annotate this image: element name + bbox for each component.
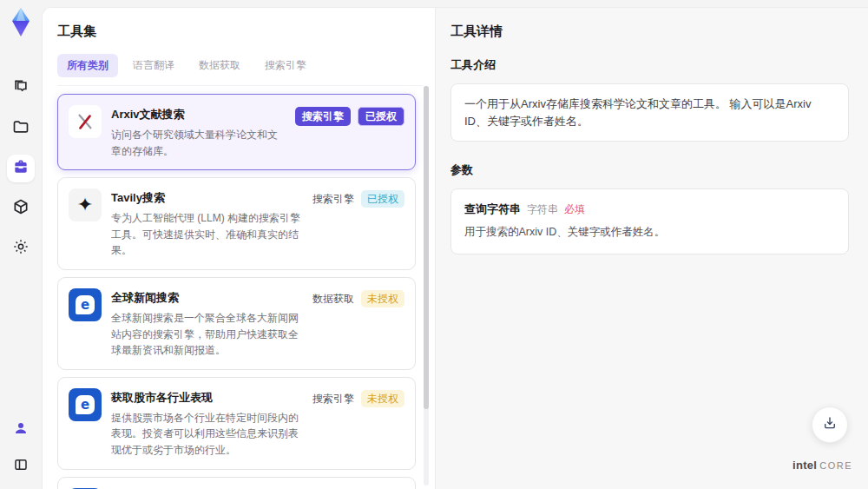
tool-card-active-stocks[interactable]: e 获取市场最活跃股票信息 提供当天交易量最高的股票列表，投资者可以利用这些信息… bbox=[57, 477, 416, 489]
category-tabs: 所有类别 语言翻译 数据获取 搜索引擎 bbox=[57, 54, 423, 86]
tool-title: Arxiv文献搜索 bbox=[111, 107, 286, 122]
auth-status-badge: 未授权 bbox=[361, 290, 404, 307]
tab-data-fetch[interactable]: 数据获取 bbox=[189, 54, 250, 77]
sidebar-item-plugins[interactable] bbox=[7, 195, 35, 222]
panel-toggle-icon bbox=[13, 457, 29, 476]
param-required-flag: 必填 bbox=[564, 202, 585, 217]
parameter-item: 查询字符串 字符串 必填 用于搜索的Arxiv ID、关键字或作者姓名。 bbox=[450, 188, 849, 254]
tool-list-panel: 工具集 所有类别 语言翻译 数据获取 搜索引擎 A bbox=[43, 8, 435, 489]
sidebar-item-files[interactable] bbox=[7, 115, 35, 142]
category-badge: 数据获取 bbox=[312, 290, 354, 307]
core-wordmark: CORE bbox=[819, 460, 852, 471]
tavily-logo-icon: ✦ bbox=[69, 188, 102, 221]
tool-card-sector-performance[interactable]: e 获取股市各行业表现 提供股票市场各个行业在特定时间段内的表现。投资者可以利用… bbox=[57, 377, 416, 470]
tab-all-categories[interactable]: 所有类别 bbox=[57, 54, 118, 77]
auth-status-badge: 已授权 bbox=[361, 190, 404, 208]
tool-description: 访问各个研究领域大量科学论文和文章的存储库。 bbox=[111, 127, 286, 159]
category-badge: 搜索引擎 bbox=[312, 190, 354, 208]
cube-icon bbox=[12, 198, 30, 219]
tool-intro-text: 一个用于从Arxiv存储库搜索科学论文和文章的工具。 输入可以是Arxiv ID… bbox=[450, 83, 849, 142]
tab-language-translation[interactable]: 语言翻译 bbox=[123, 54, 184, 77]
tool-card-list: Arxiv文献搜索 访问各个研究领域大量科学论文和文章的存储库。 搜索引擎 已授… bbox=[57, 94, 435, 489]
category-badge: 搜索引擎 bbox=[312, 390, 354, 407]
app-window: 工具集 所有类别 语言翻译 数据获取 搜索引擎 A bbox=[0, 0, 868, 489]
chat-icon bbox=[12, 78, 30, 99]
folder-icon bbox=[12, 118, 30, 139]
user-profile-button[interactable] bbox=[7, 416, 35, 444]
param-description: 用于搜索的Arxiv ID、关键字或作者姓名。 bbox=[464, 225, 835, 240]
details-title: 工具详情 bbox=[450, 23, 849, 40]
arxiv-logo-icon bbox=[69, 105, 102, 138]
params-section-label: 参数 bbox=[450, 162, 849, 178]
collapse-sidebar-button[interactable] bbox=[7, 453, 35, 480]
tool-title: Tavily搜索 bbox=[111, 190, 303, 206]
category-badge: 搜索引擎 bbox=[295, 107, 351, 126]
download-icon bbox=[822, 415, 838, 434]
sidebar-item-chat[interactable] bbox=[7, 75, 35, 102]
tool-card-arxiv[interactable]: Arxiv文献搜索 访问各个研究领域大量科学论文和文章的存储库。 搜索引擎 已授… bbox=[57, 94, 416, 170]
gear-icon bbox=[12, 238, 30, 259]
intro-section-label: 工具介绍 bbox=[450, 57, 849, 73]
tool-card-tavily[interactable]: ✦ Tavily搜索 专为人工智能代理 (LLM) 构建的搜索引擎工具。可快速提… bbox=[57, 177, 416, 270]
auth-status-badge: 已授权 bbox=[358, 107, 404, 126]
tool-description: 全球新闻搜索是一个聚合全球各大新闻网站内容的搜索引擎，帮助用户快速获取全球最新资… bbox=[111, 310, 303, 359]
list-scrollbar-thumb[interactable] bbox=[424, 86, 429, 409]
rail-bottom bbox=[7, 416, 35, 480]
tool-card-global-news[interactable]: e 全球新闻搜索 全球新闻搜索是一个聚合全球各大新闻网站内容的搜索引擎，帮助用户… bbox=[57, 277, 416, 370]
tool-title: 获取股市各行业表现 bbox=[111, 390, 303, 406]
tab-search-engine[interactable]: 搜索引擎 bbox=[255, 54, 316, 77]
app-logo-icon[interactable] bbox=[6, 7, 36, 40]
sidebar-item-settings[interactable] bbox=[7, 235, 35, 262]
param-type: 字符串 bbox=[527, 202, 558, 217]
download-button[interactable] bbox=[812, 406, 848, 443]
user-icon bbox=[13, 420, 29, 439]
tool-description: 提供股票市场各个行业在特定时间段内的表现。投资者可以利用这些信息来识别表现优于或… bbox=[111, 410, 303, 459]
param-name: 查询字符串 bbox=[464, 202, 521, 217]
page-title: 工具集 bbox=[57, 23, 435, 40]
sidebar-item-tools[interactable] bbox=[7, 155, 35, 182]
tool-details-panel: 工具详情 工具介绍 一个用于从Arxiv存储库搜索科学论文和文章的工具。 输入可… bbox=[435, 8, 868, 489]
rail-nav bbox=[7, 75, 35, 262]
auth-status-badge: 未授权 bbox=[361, 390, 404, 407]
left-rail bbox=[0, 0, 42, 489]
list-scrollbar-track bbox=[424, 86, 429, 486]
stock-logo-icon: e bbox=[69, 388, 102, 421]
news-logo-icon: e bbox=[69, 288, 102, 321]
tool-title: 全球新闻搜索 bbox=[111, 290, 303, 306]
intel-wordmark: intel bbox=[792, 459, 817, 472]
main-content: 工具集 所有类别 语言翻译 数据获取 搜索引擎 A bbox=[42, 7, 868, 489]
tool-description: 专为人工智能代理 (LLM) 构建的搜索引擎工具。可快速提供实时、准确和真实的结… bbox=[111, 210, 303, 259]
toolbox-icon bbox=[12, 158, 30, 179]
intel-core-logo: intelCORE bbox=[792, 458, 852, 472]
